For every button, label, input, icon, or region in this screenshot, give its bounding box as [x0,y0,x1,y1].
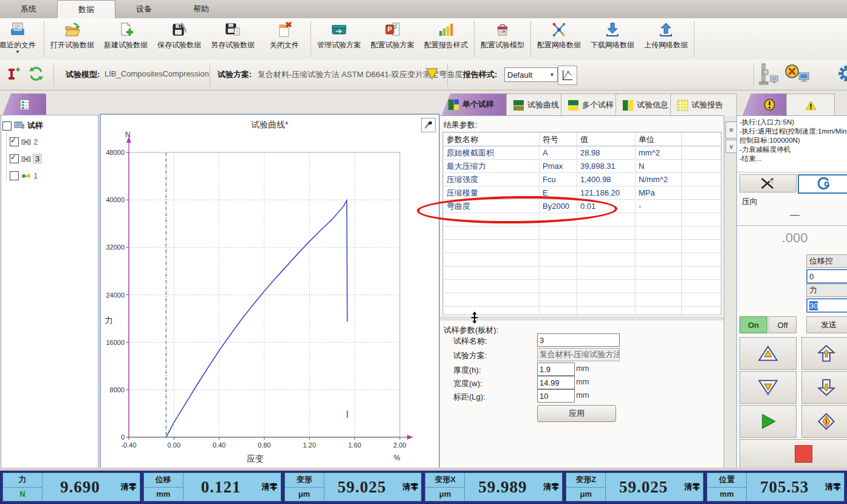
tree-item-label: 3 [33,154,41,163]
clear-button[interactable]: 清零 [118,482,140,492]
execution-log[interactable]: -执行:(入口力:5N) -执行:通用过程(控制速度:1mm/Min 控制目标:… [737,116,847,172]
status-deformation-x: 变形Xμm 59.989 清零 [425,472,563,502]
remote-computer-icon[interactable] [798,72,811,85]
chart-plot[interactable]: -0.400.000.400.801.201.602.0008000160002… [101,115,439,470]
results-table-container[interactable]: 参数名称 符号 值 单位 原始横截面积A28.98mm^2 最大压缩力Pmax3… [442,132,722,315]
apply-button[interactable]: 应用 [537,405,616,422]
tree-item-3[interactable]: 3 [10,154,41,163]
table-row[interactable]: 原始横截面积A28.98mm^2 [444,146,721,160]
report-style-combo[interactable]: Default ▼ [504,67,558,82]
tree-item-1[interactable]: 1 [10,171,38,180]
channel-value: 59.025 [606,473,681,501]
configure-scheme-button[interactable]: P 配置试验方案 [366,18,419,60]
stop-button[interactable] [739,439,847,468]
fast-up-button[interactable] [739,337,797,370]
horizontal-splitter[interactable] [440,316,724,321]
checkbox[interactable] [2,121,12,131]
connect-button[interactable] [798,174,847,194]
checkbox[interactable] [10,154,19,163]
tree-item-2[interactable]: 2 [10,137,38,146]
toolbar-separator [753,63,754,86]
report-preview-button[interactable] [558,66,577,85]
single-specimen-tab-icon [448,99,459,111]
table-row[interactable]: 压缩模量E121,186.20MPa [444,186,721,200]
return-button[interactable] [801,405,847,438]
recent-files-button[interactable]: 最近的文件 ▼ [0,18,43,60]
tab-test-report[interactable]: 试验报告 [670,94,737,116]
open-test-data-button[interactable]: 打开试验数据 [46,18,99,60]
checkbox[interactable] [10,171,19,180]
log-line: 控制目标:100000N) [739,136,847,145]
direction-value: — [737,209,847,220]
log-line: -结束... [739,154,847,163]
upload-network-button[interactable]: 上传网络数据 [639,18,693,60]
menu-tab-help[interactable]: 帮助 [173,0,230,18]
jog-down-button[interactable] [801,371,847,404]
off-button[interactable]: Off [769,316,797,333]
status-displacement: 位移mm 0.121 清零 [143,472,281,502]
table-row[interactable]: 最大压缩力Pmax39,898.31N [444,160,721,173]
displacement-input[interactable]: 0 [806,269,847,284]
control-warning-tab[interactable] [786,94,835,116]
test-machine-icon[interactable] [758,63,780,87]
width-input[interactable]: 14.99 [537,376,575,389]
specimen-name-input[interactable]: 3 [537,333,620,347]
svg-text:0.80: 0.80 [258,441,270,449]
new-test-data-button[interactable]: 新建试验数据 [99,18,153,60]
clear-button[interactable]: 清零 [399,482,421,492]
machine-control-panel: -执行:(入口力:5N) -执行:通用过程(控制速度:1mm/Min 控制目标:… [736,115,847,470]
splitter-collapse-button[interactable]: = [725,121,737,138]
splitter-scroll-down-button[interactable]: v [725,140,737,153]
checkbox[interactable] [10,137,19,146]
ribbon-toolbar: 最近的文件 ▼ 打开试验数据 新建试验数据 保存试验数据 另存试验数据 关闭文件… [0,18,847,60]
clear-button[interactable]: 清零 [681,482,703,492]
open-test-data-label: 打开试验数据 [50,40,94,50]
start-test-button[interactable] [739,405,797,438]
gauge-input[interactable]: 10 [537,389,575,403]
y-axis-title: 力 [105,315,113,326]
specimen-scheme-label: 试验方案: [453,350,487,361]
send-button[interactable]: 发送 [806,316,847,333]
channel-name: 变形 [285,473,324,488]
chart-flag-icon [424,121,433,129]
clear-button[interactable]: 清零 [822,482,844,492]
connect-icon [814,175,834,193]
thickness-input[interactable]: 1.9 [537,363,575,376]
clear-button[interactable]: 清零 [540,482,562,492]
report-style-button[interactable]: 配置报告样式 [419,18,473,60]
add-specimen-icon[interactable] [6,66,22,82]
refresh-icon[interactable] [28,66,44,82]
manage-scheme-button[interactable]: 管理试验方案 [312,18,366,60]
configure-network-button[interactable]: 配置网络数据 [532,18,586,60]
new-document-icon [117,21,134,38]
save-as-test-data-button[interactable]: 另存试验数据 [206,18,259,60]
force-input[interactable]: 30 [806,298,847,313]
tree-panel-tab[interactable] [2,94,46,115]
table-row[interactable]: 压缩强度Fcu1,400.98N/mm^2 [444,173,721,186]
jog-up-button[interactable] [801,337,847,370]
ribbon-separator [310,21,311,57]
download-network-button[interactable]: 下载网络数据 [586,18,639,60]
test-info-tab-icon [622,100,634,111]
abort-button[interactable] [739,174,797,192]
download-arrow-icon [604,21,621,38]
model-label: 试验模型: [66,69,100,80]
save-test-data-button[interactable]: 保存试验数据 [153,18,206,60]
menu-tab-system[interactable]: 系统 [0,0,57,18]
close-file-button[interactable]: 关闭文件 [259,18,309,60]
arrow-up-icon [816,344,837,363]
menu-tab-data[interactable]: 数据 [57,0,115,18]
svg-text:1.60: 1.60 [348,441,361,449]
settings-gear-icon[interactable] [837,64,847,83]
chart-tool-button[interactable] [421,118,436,132]
filter-triangle-icon[interactable] [425,66,439,81]
tree-root-row[interactable]: 试样 [2,120,43,131]
table-row-bending[interactable]: 弯曲度By20000.01- [444,200,721,213]
on-button[interactable]: On [739,316,767,333]
download-network-label: 下载网络数据 [591,40,634,50]
col-symbol: 符号 [540,133,577,146]
menu-tab-device[interactable]: 设备 [115,0,173,18]
configure-model-button[interactable]: 配置试验模型 [476,18,529,60]
clear-button[interactable]: 清零 [259,482,281,492]
fast-down-button[interactable] [739,371,797,404]
